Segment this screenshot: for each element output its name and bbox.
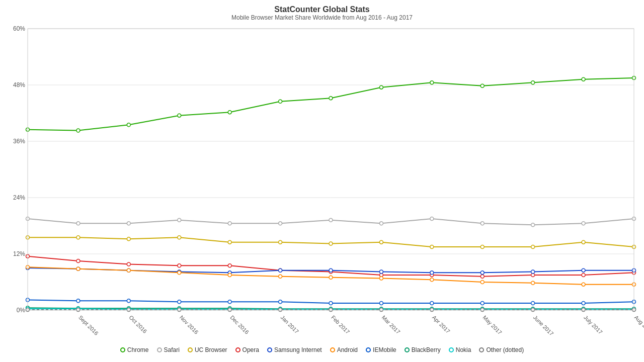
legend-label: Chrome: [127, 346, 149, 353]
legend-label: Other (dotted): [486, 346, 524, 353]
legend-item: Android: [330, 346, 358, 353]
chart-container: StatCounter Global Stats Mobile Browser …: [0, 0, 644, 362]
chart-legend: ChromeSafariUC BrowserOperaSamsung Inter…: [0, 342, 644, 357]
chart-subtitle: Mobile Browser Market Share Worldwide fr…: [0, 14, 644, 21]
legend-item: Safari: [157, 346, 180, 353]
legend-dot: [188, 347, 193, 352]
legend-item: Samsung Internet: [267, 346, 322, 353]
legend-label: BlackBerry: [412, 346, 441, 353]
chart-title: StatCounter Global Stats: [0, 0, 644, 14]
legend-label: Nokia: [456, 346, 471, 353]
legend-dot: [405, 347, 410, 352]
legend-dot: [366, 347, 371, 352]
legend-dot: [120, 347, 125, 352]
legend-label: Opera: [243, 346, 259, 353]
legend-dot: [449, 347, 454, 352]
legend-item: BlackBerry: [405, 346, 441, 353]
legend-dot: [235, 347, 240, 352]
legend-dot: [330, 347, 335, 352]
legend-item: IEMobile: [366, 346, 396, 353]
main-chart: [0, 24, 644, 340]
legend-item: Chrome: [120, 346, 149, 353]
legend-item: UC Browser: [188, 346, 227, 353]
legend-dot: [479, 347, 484, 352]
legend-item: Opera: [235, 346, 259, 353]
legend-label: IEMobile: [373, 346, 396, 353]
legend-item: Nokia: [449, 346, 471, 353]
legend-label: Android: [337, 346, 358, 353]
legend-label: Samsung Internet: [274, 346, 322, 353]
legend-label: UC Browser: [195, 346, 227, 353]
legend-item: Other (dotted): [479, 346, 524, 353]
legend-dot: [267, 347, 272, 352]
legend-label: Safari: [164, 346, 180, 353]
legend-dot: [157, 347, 162, 352]
